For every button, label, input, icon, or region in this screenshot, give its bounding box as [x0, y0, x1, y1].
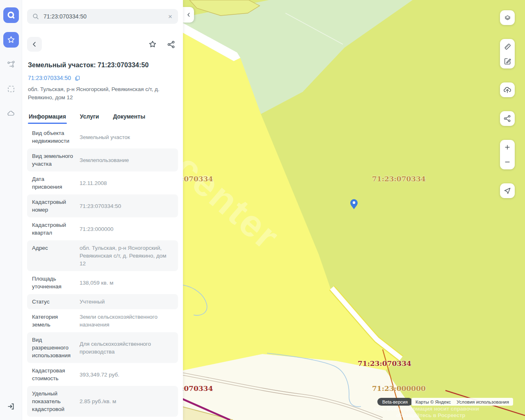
search-bar: × — [27, 9, 178, 24]
back-button[interactable] — [27, 37, 42, 52]
page-title: Земельный участок: 71:23:070334:50 — [28, 62, 177, 69]
search-icon — [32, 13, 39, 20]
chevron-left-icon — [31, 41, 38, 48]
cadastral-number-row: 71:23:070334:50 — [28, 75, 177, 81]
share-icon — [503, 114, 511, 123]
table-row: Площадь уточненная138,059 кв. м — [27, 271, 178, 294]
parcel-info-panel: × Земельный участок: 71:2 — [22, 0, 183, 420]
table-row: Вид земельного участкаЗемлепользование — [27, 148, 178, 171]
polygon-nodes-icon — [7, 60, 16, 69]
cadastral-number-link[interactable]: 71:23:070334:50 — [28, 75, 71, 81]
table-row: Дата присвоения12.11.2008 — [27, 171, 178, 194]
share-icon — [167, 40, 176, 49]
map-canvas[interactable]: rgi.center :070334 71:23:070334 71:23:07… — [183, 0, 525, 420]
share-button[interactable] — [167, 40, 176, 49]
parcel-address: обл. Тульская, р-н Ясногорский, Ревякинс… — [28, 85, 167, 102]
tab-documents[interactable]: Документы — [112, 111, 146, 124]
sidebar-item-area-select[interactable] — [3, 81, 19, 97]
table-row: Категория земельЗемли сельскохозяйственн… — [27, 309, 178, 332]
clear-search-icon[interactable]: × — [167, 12, 173, 21]
exit-icon — [7, 402, 16, 411]
navigation-arrow-icon — [503, 187, 511, 195]
layers-icon — [503, 14, 512, 22]
tab-services[interactable]: Услуги — [79, 111, 100, 124]
map-terrain — [183, 0, 525, 420]
icon-rail — [0, 0, 22, 420]
search-input[interactable] — [43, 13, 167, 20]
map-attribution: Карты © Яндекс Условия использования — [411, 398, 513, 406]
beta-badge: Beta-версия — [377, 398, 413, 406]
ruler-button[interactable] — [500, 39, 515, 54]
favorite-button[interactable] — [148, 40, 157, 49]
sidebar-item-sign-in[interactable] — [3, 399, 19, 414]
info-table: Вид объекта недвижимостиЗемельный участо… — [27, 126, 178, 417]
map-share-button[interactable] — [500, 111, 515, 126]
sidebar-item-polygon-tools[interactable] — [3, 57, 19, 72]
locate-me-button[interactable] — [500, 183, 515, 198]
layers-button[interactable] — [500, 10, 515, 25]
sidebar-item-favorites[interactable] — [3, 32, 19, 48]
minus-icon — [504, 158, 511, 166]
table-row: Кадастровый квартал71:23:000000 — [27, 217, 178, 240]
zoom-controls — [500, 140, 515, 169]
logo-a-icon — [6, 10, 16, 20]
star-icon — [7, 35, 16, 44]
zoom-in-button[interactable] — [500, 140, 515, 155]
chevron-left-icon — [186, 12, 192, 18]
draw-edit-button[interactable] — [500, 54, 515, 68]
tab-bar: Информация Услуги Документы — [28, 111, 177, 124]
table-row: Кадастровая стоимость393,349.72 руб. — [27, 363, 178, 386]
copy-icon[interactable] — [74, 75, 80, 81]
panel-header — [27, 37, 178, 52]
upload-button[interactable] — [500, 82, 515, 97]
table-row: СтатусУчтенный — [27, 294, 178, 309]
table-row: Адресобл. Тульская, р-н Ясногорский, Рев… — [27, 240, 178, 271]
yandex-maps-link[interactable]: Карты © Яндекс — [415, 399, 451, 404]
zoom-out-button[interactable] — [500, 155, 515, 169]
sidebar-item-cloud[interactable] — [3, 106, 19, 121]
collapse-panel-button[interactable] — [183, 7, 194, 23]
cloud-upload-icon — [503, 85, 512, 94]
plus-icon — [504, 144, 511, 151]
table-row: Вид объекта недвижимостиЗемельный участо… — [27, 126, 178, 148]
table-row: Удельный показатель кадастровой2.85 руб.… — [27, 386, 178, 417]
terms-of-use-link[interactable]: Условия использования — [457, 399, 509, 404]
table-row: Вид разрешенного использованияДля сельск… — [27, 332, 178, 363]
tab-information[interactable]: Информация — [28, 111, 67, 124]
edit-icon — [503, 57, 512, 66]
dashed-square-icon — [7, 84, 16, 94]
star-outline-icon — [148, 40, 157, 49]
app-logo[interactable] — [3, 7, 19, 23]
cloud-icon — [7, 109, 16, 118]
measure-edit-group — [500, 39, 515, 68]
ruler-icon — [503, 42, 512, 51]
table-row: Кадастровый номер71:23:070334:50 — [27, 194, 178, 217]
